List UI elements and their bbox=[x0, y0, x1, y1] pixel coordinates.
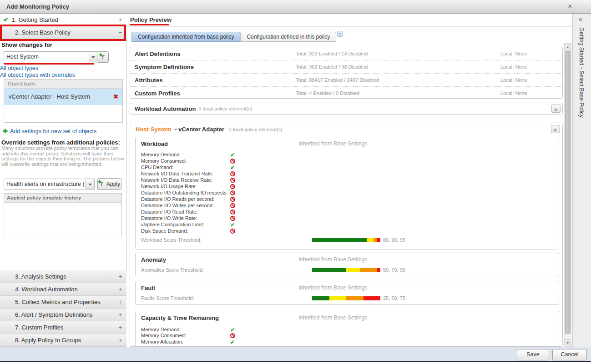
fault-title: Fault bbox=[141, 284, 298, 291]
step-label: 7. Custom Profiles bbox=[15, 321, 63, 334]
selected-object-row[interactable]: vCenter Adapter - Host System ✖ bbox=[4, 89, 122, 105]
status-icon bbox=[230, 216, 235, 221]
step-collect-metrics[interactable]: 5. Collect Metrics and Properties + bbox=[0, 296, 126, 309]
metric-label: Memory Allocation: bbox=[141, 339, 230, 344]
fault-threshold-row: Faults Score Threshold: 25, 50, 75 bbox=[136, 295, 559, 301]
annotation-dropdown-underline bbox=[4, 63, 94, 65]
metric-label: Memory Demand: bbox=[141, 152, 230, 157]
step-complete-check-icon: ✔ bbox=[3, 14, 9, 26]
metric-row: Datastore I/O Write Rate: bbox=[141, 215, 553, 221]
metric-label: Memory Demand: bbox=[141, 327, 230, 332]
tab-inherited-config[interactable]: Configuration inherited from base policy bbox=[131, 32, 240, 42]
inherited-label: Inherited from Base Settings bbox=[298, 256, 367, 263]
object-types-header: Object types bbox=[4, 80, 122, 89]
workload-items: Memory Demand: Memory Consumed: CPU Dema… bbox=[136, 151, 559, 234]
step-alert-symptom[interactable]: 6. Alert / Symptom Definitions + bbox=[0, 309, 126, 321]
summary-row-custom-profiles: Custom Profiles Total: 4 Enabled / 0 Dis… bbox=[130, 87, 562, 100]
collapsed-nav-panel[interactable]: « Getting Started - Select Base Policy bbox=[572, 14, 591, 347]
selected-object-label: vCenter Adapter - Host System bbox=[9, 93, 90, 100]
summary-total: Total: 323 Enabled / 14 Disabled bbox=[296, 51, 500, 56]
collapse-section-button[interactable]: « bbox=[551, 125, 560, 133]
anomaly-title: Anomaly bbox=[141, 256, 298, 263]
metric-row: Memory Demand: bbox=[141, 326, 553, 333]
scroll-down-icon[interactable]: ▼ bbox=[565, 339, 571, 346]
workload-automation-header[interactable]: Workload Automation 0 local policy eleme… bbox=[130, 103, 562, 114]
expand-section-button[interactable]: » bbox=[551, 105, 561, 113]
show-changes-label: Show changes for bbox=[1, 41, 52, 48]
metric-row: vSphere Configuration Limit: bbox=[141, 221, 553, 228]
summary-local: Local: None bbox=[500, 64, 527, 70]
step-label: 3. Analysis Settings bbox=[15, 270, 66, 283]
remove-object-icon[interactable]: ✖ bbox=[113, 89, 118, 105]
workload-threshold-row: Workload Score Threshold: 80, 90, 95 bbox=[136, 237, 559, 243]
host-system-panel: Host System - vCenter Adapter 0 local po… bbox=[130, 123, 563, 347]
workload-panel-header: Workload Inherited from Base Settings bbox=[136, 137, 559, 147]
capacity-panel: Capacity & Time Remaining Inherited from… bbox=[135, 311, 559, 347]
fault-panel-header: Fault Inherited from Base Settings bbox=[136, 281, 559, 291]
host-system-subtitle: - vCenter Adapter bbox=[175, 126, 224, 133]
workload-title: Workload bbox=[141, 140, 298, 147]
cancel-button[interactable]: Cancel bbox=[552, 349, 587, 360]
summary-row-symptom-definitions: Symptom Definitions Total: 903 Enabled /… bbox=[130, 60, 562, 74]
add-settings-link[interactable]: ✚Add settings for new set of objects bbox=[3, 128, 96, 135]
metric-row: Memory Consumed: bbox=[141, 158, 553, 164]
scroll-up-icon[interactable]: ▲ bbox=[565, 44, 571, 50]
dropdown-arrow-icon[interactable] bbox=[86, 179, 95, 189]
summary-total: Total: 903 Enabled / 98 Disabled bbox=[296, 64, 500, 70]
step-label: 4. Workload Automation bbox=[15, 283, 78, 295]
policy-template-value: Health alerts on infrastructure ( bbox=[4, 179, 86, 189]
policy-template-dropdown[interactable]: Health alerts on infrastructure ( bbox=[4, 179, 95, 189]
step-workload-automation[interactable]: 4. Workload Automation + bbox=[0, 283, 126, 296]
all-object-types-link[interactable]: All object types bbox=[0, 65, 38, 71]
step-custom-profiles[interactable]: 7. Custom Profiles + bbox=[0, 321, 126, 334]
all-object-types-overrides-link[interactable]: All object types with overrides bbox=[0, 72, 75, 78]
apply-button[interactable]: ✚ Apply bbox=[97, 178, 121, 190]
capacity-title: Capacity & Time Remaining bbox=[141, 314, 298, 321]
chevron-up-icon: « bbox=[552, 129, 559, 132]
anomaly-threshold-row: Anomalies Score Threshold: 50, 70, 95 bbox=[136, 267, 559, 273]
metric-label: Disk Space Demand: bbox=[141, 228, 230, 234]
anomaly-panel: Anomaly Inherited from Base Settings Ano… bbox=[135, 253, 559, 276]
chevron-down-icon: » bbox=[552, 108, 560, 111]
threshold-color-bar bbox=[312, 268, 380, 272]
summary-row-attributes: Attributes Total: 88417 Enabled / 2407 D… bbox=[130, 74, 562, 87]
tab-close-icon[interactable]: × bbox=[337, 31, 343, 37]
object-type-dropdown[interactable]: Host System bbox=[4, 51, 98, 62]
summary-name: Attributes bbox=[135, 77, 296, 84]
step-analysis-settings[interactable]: 3. Analysis Settings + bbox=[0, 270, 126, 283]
tab-defined-config[interactable]: Configuration defined in this policy bbox=[240, 32, 336, 42]
metric-label: Datastore I/O Reads per second: bbox=[141, 196, 230, 202]
metric-label: Datastore I/O Write Rate: bbox=[141, 215, 230, 221]
metric-row: Datastore I/O Writes per second: bbox=[141, 202, 553, 209]
policy-preview-pane: Policy Preview Configuration inherited f… bbox=[126, 14, 572, 347]
status-icon bbox=[230, 229, 235, 234]
expand-icon: + bbox=[118, 270, 122, 283]
step-apply-policy-groups[interactable]: 8. Apply Policy to Groups + bbox=[0, 334, 126, 347]
apply-funnel-icon: ✚ bbox=[99, 181, 105, 187]
metric-label: vSphere Configuration Limit: bbox=[141, 222, 230, 227]
step-select-base-policy[interactable]: 2. Select Base Policy − bbox=[0, 26, 126, 39]
scrollbar-thumb[interactable] bbox=[565, 51, 571, 334]
step-getting-started[interactable]: ✔ 1. Getting Started + bbox=[0, 14, 126, 26]
close-icon[interactable]: × bbox=[568, 2, 572, 11]
override-heading: Override settings from additional polici… bbox=[1, 139, 120, 146]
workload-automation-meta: 0 local policy element(s) bbox=[198, 106, 252, 111]
vertical-scrollbar[interactable]: ▲ ▼ bbox=[564, 43, 571, 347]
add-filter-button[interactable]: ✚ bbox=[97, 51, 109, 63]
metric-label: Memory Consumed: bbox=[141, 333, 230, 338]
policy-preview-heading: Policy Preview bbox=[130, 16, 172, 23]
metric-label: Datastore I/O Writes per second: bbox=[141, 203, 230, 208]
metric-label: Datastore I/O Read Rate: bbox=[141, 209, 230, 214]
save-button[interactable]: Save bbox=[517, 349, 549, 360]
collapse-icon: − bbox=[118, 26, 122, 39]
metric-label: Datastore I/O Outstanding IO requests: bbox=[141, 190, 230, 195]
applied-policy-history: Applied policy template history bbox=[4, 193, 122, 236]
panel-collapse-icon[interactable]: « bbox=[579, 15, 582, 23]
metric-row: Network I/O Data Receive Rate: bbox=[141, 177, 553, 183]
metric-row: Datastore I/O Reads per second: bbox=[141, 196, 553, 202]
anomaly-panel-header: Anomaly Inherited from Base Settings bbox=[136, 253, 559, 263]
step-label: 1. Getting Started bbox=[12, 14, 58, 26]
metric-row: Memory Demand: bbox=[141, 151, 553, 158]
threshold-values: 80, 90, 95 bbox=[383, 237, 405, 243]
heading-separator bbox=[126, 26, 572, 27]
